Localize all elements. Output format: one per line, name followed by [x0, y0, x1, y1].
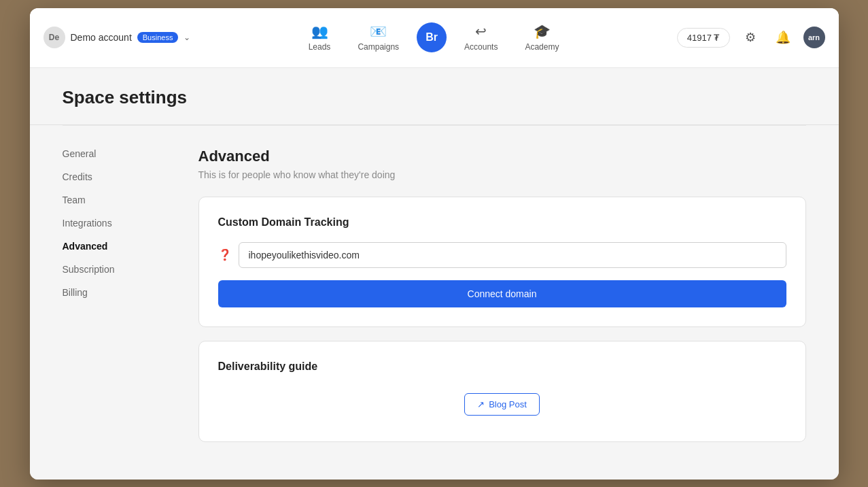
blog-post-label: Blog Post [489, 399, 527, 409]
account-chevron-icon[interactable]: ⌄ [184, 33, 190, 42]
sidebar-item-credits[interactable]: Credits [30, 165, 166, 188]
custom-domain-card: Custom Domain Tracking ❓ Connect domain [198, 197, 806, 327]
sidebar-item-billing[interactable]: Billing [30, 281, 166, 304]
bell-icon: 🔔 [776, 30, 791, 45]
credits-value: 41917 ₮ [687, 33, 720, 43]
sidebar-item-general[interactable]: General [30, 142, 166, 165]
gear-icon: ⚙ [745, 30, 756, 45]
accounts-label: Accounts [464, 42, 498, 52]
nav-item-accounts[interactable]: ↩ Accounts [452, 18, 510, 57]
academy-icon: 🎓 [534, 23, 551, 39]
deliverability-card-title: Deliverability guide [218, 360, 786, 373]
external-link-icon: ↗ [477, 399, 485, 409]
academy-label: Academy [525, 42, 559, 52]
blog-post-button[interactable]: ↗ Blog Post [464, 393, 540, 416]
account-avatar: De [44, 27, 65, 48]
nav-item-leads[interactable]: 👥 Leads [296, 18, 343, 57]
campaigns-icon: 📧 [370, 23, 387, 39]
sidebar: General Credits Team Integrations Advanc… [30, 126, 166, 480]
domain-input-row: ❓ [218, 242, 786, 268]
sidebar-item-advanced[interactable]: Advanced [30, 235, 166, 258]
business-badge: Business [137, 32, 179, 43]
section-title: Advanced [198, 148, 806, 165]
user-avatar-button[interactable]: arn [803, 27, 825, 48]
leads-label: Leads [309, 42, 331, 52]
campaigns-label: Campaigns [358, 42, 399, 52]
notifications-button[interactable]: 🔔 [771, 25, 795, 50]
page-header: Space settings [30, 68, 839, 125]
account-section[interactable]: De Demo account Business ⌄ [44, 27, 191, 48]
content-area: General Credits Team Integrations Advanc… [30, 126, 839, 480]
domain-input[interactable] [239, 242, 786, 268]
settings-button[interactable]: ⚙ [738, 25, 763, 50]
top-nav: De Demo account Business ⌄ 👥 Leads 📧 Cam… [30, 8, 839, 68]
leads-icon: 👥 [311, 23, 328, 39]
main-content: Advanced This is for people who know wha… [166, 126, 839, 480]
connect-domain-button[interactable]: Connect domain [218, 280, 786, 307]
section-subtitle: This is for people who know what they're… [198, 169, 806, 180]
nav-item-academy[interactable]: 🎓 Academy [513, 18, 571, 57]
nav-brand-logo[interactable]: Br [417, 22, 447, 52]
page-title: Space settings [63, 87, 806, 108]
credits-button[interactable]: 41917 ₮ [677, 28, 730, 48]
sidebar-item-team[interactable]: Team [30, 188, 166, 212]
deliverability-card: Deliverability guide ↗ Blog Post [198, 341, 806, 442]
domain-question-icon: ❓ [218, 248, 232, 261]
nav-center: 👥 Leads 📧 Campaigns Br ↩ Accounts 🎓 Acad… [190, 18, 676, 57]
sidebar-item-integrations[interactable]: Integrations [30, 212, 166, 235]
sidebar-item-subscription[interactable]: Subscription [30, 258, 166, 281]
accounts-icon: ↩ [475, 23, 487, 39]
account-name: Demo account [71, 32, 132, 43]
nav-right: 41917 ₮ ⚙ 🔔 arn [677, 25, 825, 50]
nav-item-campaigns[interactable]: 📧 Campaigns [345, 18, 411, 57]
custom-domain-card-title: Custom Domain Tracking [218, 216, 786, 229]
